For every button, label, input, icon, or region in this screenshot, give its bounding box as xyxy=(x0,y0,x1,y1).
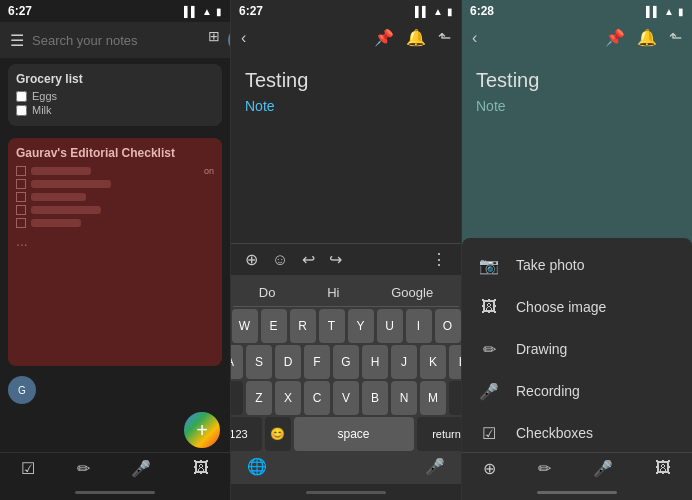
take-photo-item[interactable]: 📷 Take photo xyxy=(462,244,692,286)
key-g[interactable]: G xyxy=(333,345,359,379)
egg-checkbox[interactable] xyxy=(16,91,27,102)
image-menu-icon: 🖼 xyxy=(478,296,500,318)
archive-icon-3[interactable]: ⬑ xyxy=(669,28,682,47)
key-k[interactable]: K xyxy=(420,345,446,379)
key-c[interactable]: C xyxy=(304,381,330,415)
milk-item[interactable]: Milk xyxy=(16,104,214,116)
key-suggestions: Do Hi Google xyxy=(233,279,459,307)
bell-icon-3[interactable]: 🔔 xyxy=(637,28,657,47)
grocery-card[interactable]: Grocery list Eggs Milk xyxy=(8,64,222,126)
pin-icon[interactable]: 📌 xyxy=(374,28,394,47)
suggestion-google[interactable]: Google xyxy=(383,283,441,302)
bell-icon[interactable]: 🔔 xyxy=(406,28,426,47)
key-o[interactable]: O xyxy=(435,309,461,343)
wifi-icon: ▲ xyxy=(202,6,212,17)
key-shift[interactable]: ⇧ xyxy=(231,381,243,415)
suggestion-do[interactable]: Do xyxy=(251,283,284,302)
image-icon[interactable]: 🖼 xyxy=(193,459,209,478)
undo-icon[interactable]: ↩ xyxy=(302,250,315,269)
plus-icon: + xyxy=(196,420,208,440)
key-b[interactable]: B xyxy=(362,381,388,415)
back-icon-3[interactable]: ‹ xyxy=(472,29,477,47)
suggestion-hi[interactable]: Hi xyxy=(319,283,347,302)
checkboxes-item[interactable]: ☑ Checkboxes xyxy=(462,412,692,454)
p3-note-title: Testing xyxy=(476,69,678,92)
grid-icon[interactable]: ⊞ xyxy=(208,28,220,52)
keyboard-row-1: Q W E R T Y U I O P xyxy=(233,309,459,343)
key-m[interactable]: M xyxy=(420,381,446,415)
redo-icon[interactable]: ↪ xyxy=(329,250,342,269)
drawing-item[interactable]: ✏ Drawing xyxy=(462,328,692,370)
editorial-cb-1 xyxy=(16,166,26,176)
signal-icon-3: ▌▌ xyxy=(646,6,660,17)
key-return[interactable]: return xyxy=(417,417,463,451)
search-input[interactable] xyxy=(32,33,200,48)
key-u[interactable]: U xyxy=(377,309,403,343)
key-t[interactable]: T xyxy=(319,309,345,343)
key-space[interactable]: space xyxy=(294,417,414,451)
check-icon[interactable]: ☑ xyxy=(21,459,35,478)
key-n[interactable]: N xyxy=(391,381,417,415)
key-e[interactable]: E xyxy=(261,309,287,343)
recording-item[interactable]: 🎤 Recording xyxy=(462,370,692,412)
image-icon-3[interactable]: 🖼 xyxy=(655,459,671,478)
key-a[interactable]: A xyxy=(231,345,243,379)
pen-icon[interactable]: ✏ xyxy=(77,459,90,478)
emoji-icon[interactable]: ☺ xyxy=(272,251,288,269)
p3-topbar: ‹ 📌 🔔 ⬑ xyxy=(462,22,692,53)
back-icon[interactable]: ‹ xyxy=(241,29,246,47)
key-f[interactable]: F xyxy=(304,345,330,379)
editorial-row-2 xyxy=(16,179,214,189)
key-y[interactable]: Y xyxy=(348,309,374,343)
pen-icon-3[interactable]: ✏ xyxy=(538,459,551,478)
egg-item[interactable]: Eggs xyxy=(16,90,214,102)
key-v[interactable]: V xyxy=(333,381,359,415)
key-emoji[interactable]: 😊 xyxy=(265,417,291,451)
mic-key-icon[interactable]: 🎤 xyxy=(425,457,445,476)
pin-icon-3[interactable]: 📌 xyxy=(605,28,625,47)
fab-button[interactable]: + xyxy=(184,412,220,448)
key-backspace[interactable]: ⌫ xyxy=(449,381,462,415)
mic-icon[interactable]: 🎤 xyxy=(131,459,151,478)
key-z[interactable]: Z xyxy=(246,381,272,415)
home-bar-3 xyxy=(537,491,617,494)
home-bar-2 xyxy=(306,491,386,494)
status-icons-3: ▌▌ ▲ ▮ xyxy=(646,6,684,17)
status-bar-3: 6:28 ▌▌ ▲ ▮ xyxy=(462,0,692,22)
key-x[interactable]: X xyxy=(275,381,301,415)
key-r[interactable]: R xyxy=(290,309,316,343)
key-h[interactable]: H xyxy=(362,345,388,379)
drawing-label: Drawing xyxy=(516,341,567,357)
key-i[interactable]: I xyxy=(406,309,432,343)
battery-icon: ▮ xyxy=(216,6,222,17)
status-time-1: 6:27 xyxy=(8,4,32,18)
egg-label: Eggs xyxy=(32,90,57,102)
p3-topbar-right: 📌 🔔 ⬑ xyxy=(605,28,682,47)
status-bar-2: 6:27 ▌▌ ▲ ▮ xyxy=(231,0,461,22)
p2-note-area[interactable]: Testing Note xyxy=(231,53,461,243)
add-icon[interactable]: ⊕ xyxy=(245,250,258,269)
choose-image-item[interactable]: 🖼 Choose image xyxy=(462,286,692,328)
globe-icon[interactable]: 🌐 xyxy=(247,457,267,476)
hamburger-icon[interactable]: ☰ xyxy=(10,31,24,50)
status-icons-2: ▌▌ ▲ ▮ xyxy=(415,6,453,17)
key-d[interactable]: D xyxy=(275,345,301,379)
p1-bottom: G xyxy=(0,372,230,408)
archive-icon[interactable]: ⬑ xyxy=(438,28,451,47)
editorial-card[interactable]: Gaurav's Editorial Checklist on ... xyxy=(8,138,222,366)
editorial-blur-2 xyxy=(31,180,111,188)
more-icon[interactable]: ⋮ xyxy=(431,250,447,269)
milk-label: Milk xyxy=(32,104,52,116)
mic-icon-3[interactable]: 🎤 xyxy=(593,459,613,478)
milk-checkbox[interactable] xyxy=(16,105,27,116)
key-j[interactable]: J xyxy=(391,345,417,379)
key-w[interactable]: W xyxy=(232,309,258,343)
editorial-cb-5 xyxy=(16,218,26,228)
add-icon-3[interactable]: ⊕ xyxy=(483,459,496,478)
p2-format-bar: ⊕ ☺ ↩ ↪ ⋮ xyxy=(231,243,461,275)
key-123[interactable]: 123 xyxy=(231,417,262,451)
bottom-avatar[interactable]: G xyxy=(8,376,36,404)
editorial-blur-1 xyxy=(31,167,91,175)
key-s[interactable]: S xyxy=(246,345,272,379)
key-l[interactable]: L xyxy=(449,345,462,379)
